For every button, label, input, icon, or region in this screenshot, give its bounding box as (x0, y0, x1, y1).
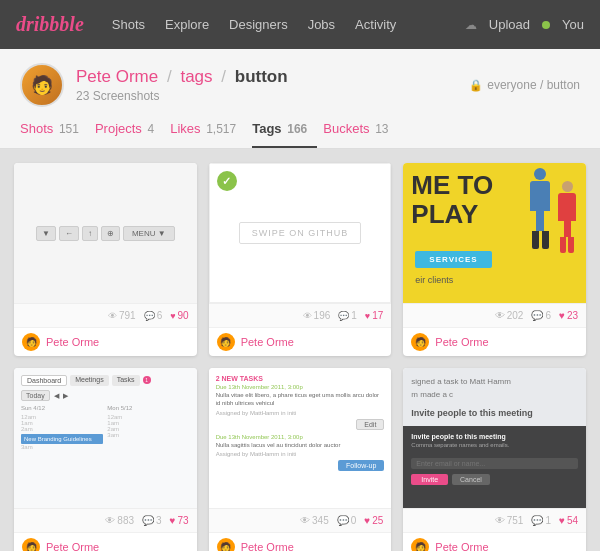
nav-link-jobs[interactable]: Jobs (298, 0, 345, 49)
card-2: SWIPE ON GITHUB ✓ 👁 196 💬 1 ♥ 17 🧑 (209, 163, 392, 356)
comments-icon-6: 💬 (531, 515, 543, 526)
profile-info: Pete Orme / tags / button 23 Screenshots (76, 67, 288, 103)
card-5-author: 🧑 Pete Orme (209, 532, 392, 551)
card-6-author: 🧑 Pete Orme (403, 532, 586, 551)
comments-icon-4: 💬 (142, 515, 154, 526)
author-name-4[interactable]: Pete Orme (46, 541, 99, 551)
card-4-stats: 👁 883 💬 3 ♥ 73 (14, 508, 197, 532)
card-4-thumb[interactable]: Dashboard Meetings Tasks 1 Today ◀ ▶ Sun… (14, 368, 197, 508)
shots-grid: ▼ ← ↑ ⊕ MENU ▼ 👁 791 💬 6 ♥ (14, 163, 586, 551)
breadcrumb: Pete Orme / tags / button (76, 67, 288, 87)
author-avatar-3: 🧑 (411, 333, 429, 351)
invite-title: Invite people to this meeting (411, 433, 578, 440)
card-6: signed a task to Matt Hamm m made a c In… (403, 368, 586, 551)
card-1-thumb[interactable]: ▼ ← ↑ ⊕ MENU ▼ (14, 163, 197, 303)
tab-shots[interactable]: Shots 151 (20, 115, 89, 148)
screenshot-count: 23 Screenshots (76, 89, 288, 103)
privacy-info: 🔒 everyone / button (469, 78, 580, 92)
views-icon-6: 👁 (495, 515, 505, 526)
separator1: / (167, 67, 172, 86)
card-6-stats: 👁 751 💬 1 ♥ 54 (403, 508, 586, 532)
author-avatar-4: 🧑 (22, 538, 40, 551)
invite-email-input[interactable] (411, 458, 578, 469)
green-badge: ✓ (217, 171, 237, 191)
views-icon-5: 👁 (300, 515, 310, 526)
card-1-stats: 👁 791 💬 6 ♥ 90 (14, 303, 197, 327)
comments-icon-5: 💬 (337, 515, 349, 526)
views-icon: 👁 (108, 311, 117, 321)
likes-icon-2: ♥ (365, 311, 370, 321)
card-1-author: 🧑 Pete Orme (14, 327, 197, 356)
card-3-stats: 👁 202 💬 6 ♥ 23 (403, 303, 586, 327)
navigation: dribbble Shots Explore Designers Jobs Ac… (0, 0, 600, 49)
card-5-stats: 👁 345 💬 0 ♥ 25 (209, 508, 392, 532)
privacy-text: everyone / button (487, 78, 580, 92)
separator2: / (221, 67, 226, 86)
views-icon-2: 👁 (303, 311, 312, 321)
card-3: ME TOPLAY SERVICES eir clients (403, 163, 586, 356)
views-icon-4: 👁 (105, 515, 115, 526)
views-icon-3: 👁 (495, 310, 505, 321)
invite-button[interactable]: Invite (411, 474, 448, 485)
profile-header: 🧑 Pete Orme / tags / button 23 Screensho… (0, 49, 600, 149)
clients-text: eir clients (415, 275, 453, 285)
nav-you[interactable]: You (562, 17, 584, 32)
author-name-1[interactable]: Pete Orme (46, 336, 99, 348)
nav-upload[interactable]: Upload (489, 17, 530, 32)
main-content: ▼ ← ↑ ⊕ MENU ▼ 👁 791 💬 6 ♥ (0, 149, 600, 551)
author-avatar-6: 🧑 (411, 538, 429, 551)
tag-name: button (235, 67, 288, 86)
invite-modal: Invite people to this meeting Comma sepa… (403, 426, 586, 508)
card-6-thumb[interactable]: signed a task to Matt Hamm m made a c In… (403, 368, 586, 508)
card-5-thumb[interactable]: 2 NEW TASKS Due 13th November 2011, 3:00… (209, 368, 392, 508)
card-2-author: 🧑 Pete Orme (209, 327, 392, 356)
card-4: Dashboard Meetings Tasks 1 Today ◀ ▶ Sun… (14, 368, 197, 551)
profile-tabs: Shots 151 Projects 4 Likes 1,517 Tags 16… (20, 115, 580, 148)
author-avatar-2: 🧑 (217, 333, 235, 351)
nav-link-shots[interactable]: Shots (102, 0, 155, 49)
invite-subtitle: Comma separate names and emails. (411, 442, 578, 448)
author-avatar-5: 🧑 (217, 538, 235, 551)
me-to-play-text: ME TOPLAY (411, 171, 493, 228)
card-2-stats: 👁 196 💬 1 ♥ 17 (209, 303, 392, 327)
presence-dot (542, 21, 550, 29)
nav-link-activity[interactable]: Activity (345, 0, 406, 49)
card-3-author: 🧑 Pete Orme (403, 327, 586, 356)
likes-icon: ♥ (170, 311, 175, 321)
likes-icon-4: ♥ (170, 515, 176, 526)
nav-link-designers[interactable]: Designers (219, 0, 298, 49)
services-button: SERVICES (415, 251, 491, 268)
figure-2 (554, 181, 580, 256)
avatar: 🧑 (20, 63, 64, 107)
profile-name-link[interactable]: Pete Orme (76, 67, 158, 86)
tab-tags[interactable]: Tags 166 (252, 115, 317, 148)
comments-icon-3: 💬 (531, 310, 543, 321)
swipe-button[interactable]: SWIPE ON GITHUB (239, 222, 362, 244)
author-name-3[interactable]: Pete Orme (435, 336, 488, 348)
card-3-thumb[interactable]: ME TOPLAY SERVICES eir clients (403, 163, 586, 303)
tab-likes[interactable]: Likes 1,517 (170, 115, 246, 148)
dribbble-logo[interactable]: dribbble (16, 13, 84, 36)
likes-icon-6: ♥ (559, 515, 565, 526)
likes-icon-3: ♥ (559, 310, 565, 321)
author-avatar-1: 🧑 (22, 333, 40, 351)
nav-link-explore[interactable]: Explore (155, 0, 219, 49)
card-4-author: 🧑 Pete Orme (14, 532, 197, 551)
lock-icon: 🔒 (469, 79, 483, 92)
tab-projects[interactable]: Projects 4 (95, 115, 164, 148)
nav-links: Shots Explore Designers Jobs Activity (102, 0, 465, 49)
comments-icon: 💬 (144, 311, 155, 321)
comments-icon-2: 💬 (338, 311, 349, 321)
figure-1 (526, 168, 554, 258)
likes-icon-5: ♥ (364, 515, 370, 526)
upload-icon: ☁ (465, 18, 477, 32)
author-name-6[interactable]: Pete Orme (435, 541, 488, 551)
cancel-button[interactable]: Cancel (452, 474, 490, 485)
tab-buckets[interactable]: Buckets 13 (323, 115, 398, 148)
nav-right: ☁ Upload You (465, 17, 584, 32)
author-name-2[interactable]: Pete Orme (241, 336, 294, 348)
author-name-5[interactable]: Pete Orme (241, 541, 294, 551)
card-1: ▼ ← ↑ ⊕ MENU ▼ 👁 791 💬 6 ♥ (14, 163, 197, 356)
tags-link[interactable]: tags (180, 67, 212, 86)
card-5: 2 NEW TASKS Due 13th November 2011, 3:00… (209, 368, 392, 551)
